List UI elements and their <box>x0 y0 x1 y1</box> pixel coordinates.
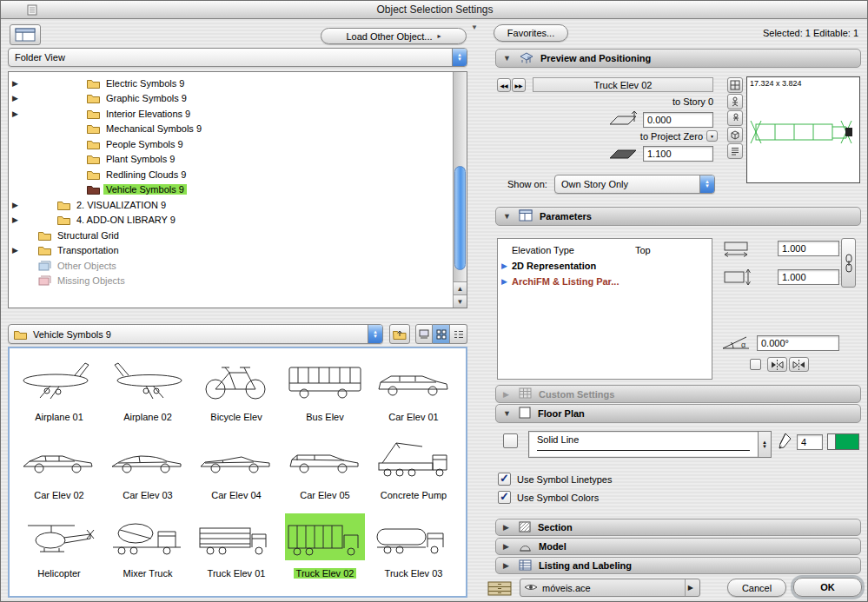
object-item[interactable]: Helicopter <box>15 510 103 588</box>
tree-item[interactable]: ▶ Vehicle Symbols 9 <box>9 182 452 198</box>
parent-folder-button[interactable] <box>389 324 410 344</box>
object-item[interactable]: Car Elev 05 <box>281 432 369 510</box>
parameter-disclosure-icon[interactable]: ▶ <box>501 261 512 270</box>
object-item[interactable]: Car Elev 04 <box>192 432 281 510</box>
window-titlebar[interactable]: Object Selection Settings <box>1 1 868 19</box>
tree-item[interactable]: ▶ 2. VISUALIZATION 9 <box>9 197 452 213</box>
tree-item[interactable]: ▶ Electric Symbols 9 <box>9 76 452 91</box>
current-folder-select[interactable]: Vehicle Symbols 9 ▲▼ <box>8 324 383 344</box>
section-header-listing-labeling[interactable]: ▶ Listing and Labeling <box>495 557 861 574</box>
view-toggle-button[interactable] <box>10 24 41 45</box>
object-item[interactable]: Bus Elev <box>281 354 369 432</box>
tree-item-label: Missing Objects <box>55 275 128 286</box>
tree-item[interactable]: ▶ Mechanical Symbols 9 <box>9 122 452 137</box>
use-symbol-colors-label: Use Symbol Colors <box>517 493 599 503</box>
menu-arrow-icon: ▶ <box>685 579 696 596</box>
disclosure-closed-icon[interactable]: ▶ <box>12 201 18 209</box>
pen-number-input[interactable] <box>797 434 823 450</box>
large-icons-view-button[interactable] <box>415 324 433 344</box>
linetype-select[interactable]: Solid Line ▲▼ <box>528 431 772 458</box>
scrollbar-thumb[interactable] <box>454 166 466 270</box>
panel-collapse-button[interactable]: ▼ <box>471 23 478 31</box>
object-item-label: Bus Elev <box>303 412 346 422</box>
mirror-left-button[interactable] <box>767 357 787 372</box>
tree-item[interactable]: ▶ Graphic Symbols 9 <box>9 91 452 107</box>
tree-item[interactable]: ▶ Missing Objects <box>9 274 452 289</box>
to-story-input[interactable] <box>643 112 713 128</box>
use-symbol-colors-checkbox[interactable] <box>498 491 511 504</box>
pen-color-secondary-swatch <box>828 434 836 449</box>
preview-3d-view-button[interactable] <box>727 127 743 142</box>
tree-scrollbar[interactable]: ▲ ▼ <box>453 72 467 308</box>
parameter-disclosure-icon[interactable]: ▶ <box>501 277 512 286</box>
section-header-section[interactable]: ▶ Section <box>495 519 861 536</box>
parameter-row[interactable]: ▶ Elevation Type Top <box>498 242 712 258</box>
section-header-preview-positioning[interactable]: ▼ Preview and Positioning <box>495 49 861 68</box>
tree-item[interactable]: ▶ Structural Grid <box>9 228 452 243</box>
small-icons-view-button[interactable] <box>433 324 450 344</box>
disclosure-closed-icon[interactable]: ▶ <box>12 215 18 224</box>
tree-item[interactable]: ▶ People Symbols 9 <box>9 136 452 152</box>
folder-icon <box>87 109 100 119</box>
object-item[interactable]: Car Elev 03 <box>103 432 192 510</box>
floor-plan-attribute-checkbox[interactable] <box>503 433 518 448</box>
to-project-zero-input[interactable] <box>643 146 713 162</box>
section-header-parameters[interactable]: ▼ Parameters <box>495 207 861 226</box>
ok-button[interactable]: OK <box>793 578 862 597</box>
tree-item[interactable]: ▶ Other Objects <box>9 258 452 274</box>
preview-side-view-button[interactable] <box>727 110 743 126</box>
object-item[interactable]: Airplane 01 <box>15 354 103 432</box>
object-selection-settings-dialog: { "window": { "title": "Object Selection… <box>0 0 868 602</box>
use-symbol-linetypes-checkbox[interactable] <box>498 473 511 486</box>
object-preview[interactable]: 17.324 x 3.824 <box>746 76 860 183</box>
parameter-row[interactable]: ▶ ArchiFM & Listing Par... <box>498 274 712 289</box>
object-item[interactable]: Car Elev 02 <box>15 432 103 510</box>
pen-color-button[interactable] <box>827 433 859 450</box>
favorites-button[interactable]: Favorites... <box>494 24 568 42</box>
reference-level-popup-button[interactable]: ▼ <box>706 130 718 142</box>
object-item[interactable]: Airplane 02 <box>103 354 192 432</box>
solid-line-preview <box>537 450 750 451</box>
disclosure-closed-icon[interactable]: ▶ <box>12 109 18 118</box>
tree-item[interactable]: ▶ Redlining Clouds 9 <box>9 167 452 182</box>
object-item[interactable]: Bicycle Elev <box>192 354 281 432</box>
rotation-angle-input[interactable] <box>757 335 839 351</box>
mirror-right-button[interactable] <box>789 357 809 372</box>
proportional-link-button[interactable] <box>841 238 856 288</box>
scroll-down-button[interactable]: ▼ <box>454 294 467 308</box>
list-view-button[interactable] <box>450 324 467 344</box>
tree-item[interactable]: ▶ 4. ADD-ON LIBRARY 9 <box>9 213 452 228</box>
object-height-input[interactable] <box>778 269 839 285</box>
previous-object-button[interactable]: ◀◀ <box>497 78 511 92</box>
mirror-checkbox[interactable] <box>750 359 761 370</box>
object-item[interactable]: Truck Elev 01 <box>192 510 281 588</box>
tree-item[interactable]: ▶ Interior Elevations 9 <box>9 106 452 122</box>
section-header-floor-plan[interactable]: ▼ Floor Plan <box>495 404 861 423</box>
object-item-label: Car Elev 03 <box>120 490 175 500</box>
load-other-object-button[interactable]: Load Other Object... ▸ <box>321 28 467 44</box>
show-on-select[interactable]: Own Story Only ▲▼ <box>554 175 715 194</box>
cancel-button[interactable]: Cancel <box>727 579 786 597</box>
tree-item[interactable]: ▶ Transportation <box>9 243 452 259</box>
object-width-input[interactable] <box>778 241 839 256</box>
folder-view-select[interactable]: Folder View ▲▼ <box>8 48 467 67</box>
disclosure-closed-icon[interactable]: ▶ <box>12 246 18 255</box>
next-object-button[interactable]: ▶▶ <box>512 78 526 92</box>
preview-notes-button[interactable] <box>727 143 743 159</box>
object-item-label: Car Elev 04 <box>209 490 263 500</box>
disclosure-closed-icon[interactable]: ▶ <box>12 79 18 88</box>
object-item[interactable]: Mixer Truck <box>103 510 192 588</box>
disclosure-closed-icon[interactable]: ▶ <box>12 94 18 103</box>
object-item[interactable]: Car Elev 01 <box>369 354 458 432</box>
preview-plan-view-button[interactable] <box>727 77 743 93</box>
parameter-row[interactable]: ▶ 2D Representation <box>498 258 712 274</box>
library-select[interactable]: móveis.ace ▶ <box>520 579 700 597</box>
scroll-up-button[interactable]: ▲ <box>454 281 467 294</box>
preview-front-view-button[interactable] <box>727 94 743 109</box>
section-header-model[interactable]: ▶ Model <box>495 538 861 555</box>
tree-item[interactable]: ▶ Plant Symbols 9 <box>9 152 452 168</box>
object-item[interactable]: Truck Elev 03 <box>369 510 458 588</box>
section-header-custom-settings[interactable]: ▶ Custom Settings <box>495 385 861 403</box>
object-item[interactable]: Truck Elev 02 <box>281 510 369 588</box>
object-item[interactable]: Concrete Pump <box>369 432 458 510</box>
